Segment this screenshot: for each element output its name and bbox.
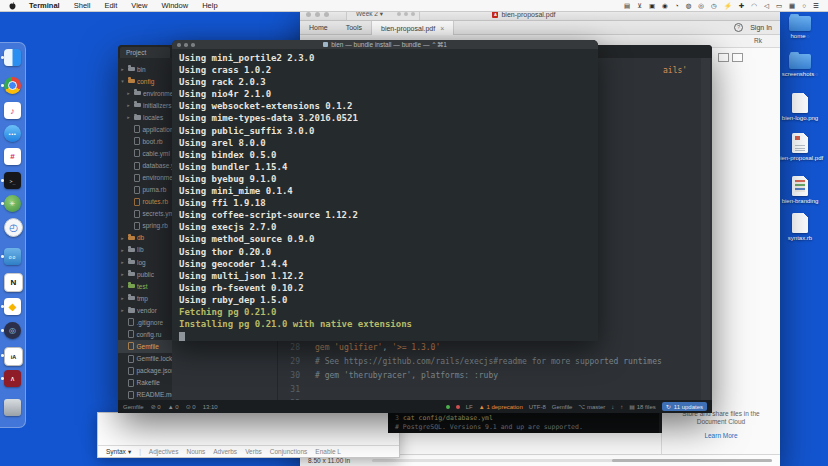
display-icon[interactable]: ▤ [624, 0, 630, 12]
file-tree-item-environment-rb[interactable]: environment.rb [118, 172, 172, 184]
file-tree-item-config-ru[interactable]: config.ru [118, 328, 172, 340]
minimize-traffic-light[interactable] [184, 43, 188, 47]
notification-list-icon[interactable]: ☰ [813, 0, 819, 12]
disc-icon[interactable]: ◎ [698, 0, 704, 12]
contacts-icon[interactable]: ◍ [686, 0, 692, 12]
plus-icon[interactable]: ✚ [739, 0, 744, 12]
file-tree-item-tmp[interactable]: ▸tmp [118, 292, 172, 304]
files-count[interactable]: ▤ 18 files [629, 403, 655, 410]
disclosure-arrow-icon[interactable]: ▸ [126, 114, 131, 120]
file-tree-item-environments[interactable]: ▸environments [118, 87, 172, 99]
close-traffic-light[interactable] [306, 12, 311, 17]
keyboard-icon[interactable]: ▦ [789, 0, 795, 12]
file-tree-item-README-md[interactable]: README.md [118, 389, 172, 400]
status-info-count[interactable]: ⊙ 0 [186, 403, 196, 410]
status-error-count[interactable]: ⊘ 0 [151, 403, 161, 410]
dock-item-screenflow[interactable]: ◎ [4, 322, 21, 339]
code-line[interactable]: 31 [172, 382, 712, 396]
syntax-item-verbs[interactable]: Verbs [245, 448, 262, 455]
learn-more-link[interactable]: Learn More [674, 432, 768, 441]
file-tree-item-db[interactable]: ▸db [118, 232, 172, 244]
menu-window[interactable]: Window [154, 1, 195, 10]
git-branch[interactable]: ⌥ master [578, 403, 605, 410]
code-line[interactable]: 28gem 'uglifier', '>= 1.3.0' [172, 341, 712, 355]
disclosure-arrow-icon[interactable]: ▸ [126, 90, 131, 96]
file-tree-item-Gemfile[interactable]: Gemfile [118, 340, 172, 352]
file-tree-item-database-yml[interactable]: database.yml [118, 160, 172, 172]
disclosure-arrow-icon[interactable]: ▸ [120, 295, 125, 301]
dock-item-terminal[interactable]: >_ [4, 172, 21, 189]
file-tree-item-initializers[interactable]: ▸initializers [118, 99, 172, 111]
file-tree-item-spring-rb[interactable]: spring.rb [118, 220, 172, 232]
page-grid-icon[interactable] [732, 53, 743, 62]
project-tab[interactable]: Project [120, 47, 170, 58]
file-tree-item-puma-rb[interactable]: puma.rb [118, 184, 172, 196]
syntax-item-adverbs[interactable]: Adverbs [213, 448, 237, 455]
sign-in-button[interactable]: Sign In [750, 24, 772, 31]
volume-icon[interactable]: ◁ [764, 0, 769, 12]
dock-item-finder[interactable] [4, 49, 21, 66]
pull-arrow-icon[interactable]: ↓ [611, 404, 614, 410]
disclosure-arrow-icon[interactable]: ▸ [120, 283, 125, 289]
file-tree-item-log[interactable]: ▸log [118, 256, 172, 268]
file-tree-item-lib[interactable]: ▸lib [118, 244, 172, 256]
disclosure-arrow-icon[interactable]: ▸ [120, 307, 125, 313]
desktop-icon-bien-logo-png[interactable]: bien-logo.png [772, 93, 828, 122]
tab-tools[interactable]: Tools [337, 21, 371, 34]
minimize-traffic-light[interactable] [315, 12, 320, 17]
syntax-item-nouns[interactable]: Nouns [186, 448, 205, 455]
monitor-icon[interactable]: ▭ [776, 0, 782, 12]
line-ending-label[interactable]: LF [466, 404, 473, 410]
code-line[interactable]: 29# See https://github.com/rails/execjs#… [172, 355, 712, 369]
desktop-icon-syntax-rb[interactable]: syntax.rb [772, 213, 828, 242]
desktop-icon-screenshots[interactable]: screenshots◌ [772, 54, 828, 78]
file-tree-item-secrets-yml[interactable]: secrets.yml [118, 208, 172, 220]
file-tree-item-vendor[interactable]: ▸vendor [118, 304, 172, 316]
file-tree-item-application-rb[interactable]: application.rb [118, 123, 172, 135]
dock-item-clock-app[interactable]: ◴ [4, 218, 23, 237]
desktop-icon-bien-proposal-pdf[interactable]: bien-proposal.pdf [772, 133, 828, 162]
file-tree-item-cable-yml[interactable]: cable.yml [118, 147, 172, 159]
dock-item-slack[interactable]: # [4, 148, 21, 165]
search-icon[interactable]: ○ [802, 0, 806, 12]
disclosure-arrow-icon[interactable]: ▸ [120, 271, 125, 277]
updates-badge[interactable]: ↻ 11 updates [662, 402, 707, 411]
menu-edit[interactable]: Edit [97, 1, 124, 10]
file-tree-item--gitignore[interactable]: .gitignore [118, 316, 172, 328]
record-icon[interactable]: ◉ [662, 0, 668, 12]
anchor-icon[interactable]: ⊻ [637, 0, 642, 12]
encoding-label[interactable]: UTF-8 [529, 404, 546, 410]
dock-item-green-app[interactable]: ✳ [4, 195, 21, 212]
push-arrow-icon[interactable]: ↑ [620, 404, 623, 410]
dock-item-trash[interactable] [4, 399, 21, 416]
dock-item-chrome[interactable] [4, 77, 21, 94]
terminal-title-bar[interactable]: bien — bundle install — bundle — ⌃⌘1 [172, 40, 598, 49]
battery-icon[interactable]: ⚡ [724, 0, 732, 12]
zoom-traffic-light[interactable] [191, 43, 195, 47]
dock-item-sketch[interactable]: ◆ [4, 298, 21, 315]
timer-icon[interactable]: ◷ [711, 0, 717, 12]
file-tree-item-bin[interactable]: ▸bin [118, 63, 172, 75]
menu-shell[interactable]: Shell [67, 1, 98, 10]
file-tree-item-package-json[interactable]: package.json [118, 365, 172, 377]
syntax-item-adjectives[interactable]: Adjectives [149, 448, 179, 455]
file-tree-item-locales[interactable]: ▸locales [118, 111, 172, 123]
menu-terminal[interactable]: Terminal [22, 1, 67, 10]
file-tree-item-test[interactable]: ▸test [118, 280, 172, 292]
syntax-item-enable-l[interactable]: Enable L [315, 448, 341, 455]
apple-menu-icon[interactable] [9, 2, 16, 10]
app-square-icon[interactable]: ▣ [649, 0, 655, 12]
deprecation-warning[interactable]: ▲ 1 deprecation [479, 404, 523, 410]
status-warning-count[interactable]: ▲ 0 [168, 404, 179, 410]
file-tree-item-boot-rb[interactable]: boot.rb [118, 135, 172, 147]
zoom-traffic-light[interactable] [324, 12, 329, 17]
dock-item-notion[interactable]: N [4, 273, 23, 292]
disclosure-arrow-icon[interactable]: ▸ [120, 247, 125, 253]
disclosure-arrow-icon[interactable]: ▸ [126, 102, 131, 108]
desktop-icon-home[interactable]: home◌ [772, 16, 828, 40]
clock-icon[interactable]: ◔ [675, 0, 679, 12]
file-tree-item-routes-rb[interactable]: routes.rb [118, 196, 172, 208]
wifi-icon[interactable]: ◠ [751, 0, 757, 12]
syntax-item-conjunctions[interactable]: Conjunctions [270, 448, 308, 455]
syntax-menu[interactable]: Syntax ▾ [106, 448, 131, 456]
